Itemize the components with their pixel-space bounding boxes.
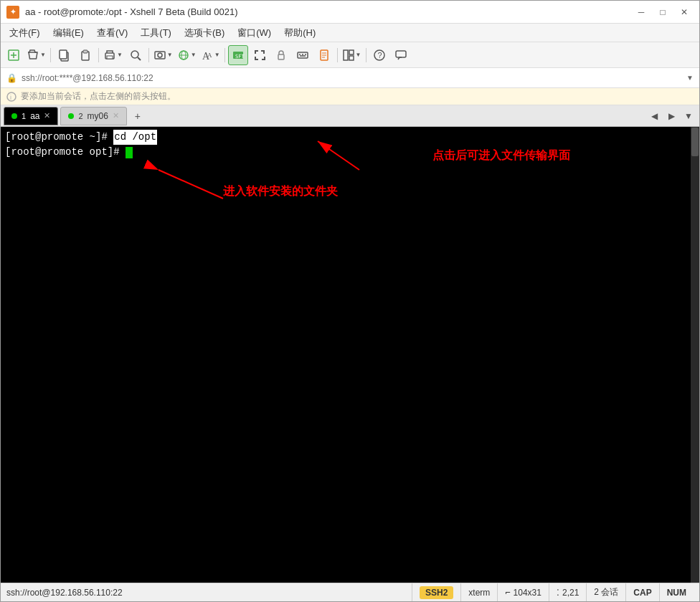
svg-rect-2 [60,50,67,59]
menu-view[interactable]: 查看(V) [91,25,133,41]
add-tab-button[interactable]: + [130,108,146,124]
lock-button[interactable] [271,45,291,65]
sftp-button[interactable]: SFTP [228,45,248,65]
session-hint-bar: i 要添加当前会话，点击左侧的箭头按钮。 [1,88,699,105]
status-size-section: ⌐ 104x31 [497,583,549,601]
tab-number-1: 1 [22,112,26,120]
svg-rect-30 [349,56,354,60]
term-prompt-2: [root@promote opt]# [5,145,126,160]
status-position: 2,21 [562,588,579,598]
print-button[interactable]: ▼ [102,45,124,65]
title-bar: ✦ aa - root@promote:/opt - Xshell 7 Beta… [1,1,699,24]
lock-icon: 🔒 [6,73,17,83]
fullscreen-button[interactable] [250,45,270,65]
screenshot-arrow: ▼ [167,52,173,58]
svg-rect-29 [349,50,354,54]
status-cap-label: CAP [633,588,651,598]
font-button[interactable]: AA ▼ [199,45,222,65]
tab-name-my06: my06 [88,111,108,121]
terminal-cursor [126,147,133,158]
status-size-icon: ⌐ [505,588,510,598]
tab-nav-buttons: ◀ ▶ ▼ [646,108,696,124]
help-button[interactable]: ? [369,45,389,65]
chat-button[interactable] [391,45,411,65]
status-num-section: NUM [659,583,694,601]
separator-1 [50,48,51,62]
status-size: 104x31 [514,588,541,598]
menu-window[interactable]: 窗口(W) [232,25,277,41]
tab-next-button[interactable]: ▶ [663,108,679,124]
paste-button[interactable] [75,45,95,65]
globe-arrow: ▼ [191,52,197,58]
menu-tab[interactable]: 选项卡(B) [179,25,230,41]
svg-text:?: ? [377,51,382,59]
tab-number-2: 2 [78,112,82,120]
app-icon: ✦ [6,6,19,19]
keyboard-button[interactable] [293,45,313,65]
terminal-content: [root@promote ~]# cd /opt [root@promote … [1,127,691,583]
tab-list-button[interactable]: ▼ [681,108,696,124]
svg-text:i: i [10,94,11,101]
terminal-line-2: [root@promote opt]# [5,145,686,160]
tab-bar: 1 aa ✕ 2 my06 ✕ + ◀ ▶ ▼ [1,105,699,127]
term-prompt-1: [root@promote ~]# [5,130,113,145]
address-bar: 🔒 ssh://root:****@192.168.56.110:22 ▼ [1,68,699,88]
window-controls: ─ □ ✕ [632,4,694,20]
menu-edit[interactable]: 编辑(E) [47,25,90,41]
tab-dot-my06 [68,113,74,119]
tab-aa[interactable]: 1 aa ✕ [4,107,58,125]
menu-tools[interactable]: 工具(T) [135,25,177,41]
svg-rect-33 [396,51,406,57]
screenshot-button[interactable]: ▼ [152,45,174,65]
tab-my06[interactable]: 2 my06 ✕ [60,107,126,125]
separator-6 [366,48,366,62]
svg-point-34 [7,92,16,101]
tab-close-aa[interactable]: ✕ [44,111,50,120]
address-dropdown-icon[interactable]: ▼ [686,74,694,82]
globe-button[interactable]: ▼ [176,45,198,65]
copy-button[interactable] [54,45,74,65]
maximize-button[interactable]: □ [653,4,672,20]
status-num-label: NUM [667,588,686,598]
script-button[interactable] [314,45,334,65]
find-button[interactable] [126,45,146,65]
svg-text:A: A [207,52,212,59]
status-position-icon: ⁚ [557,588,559,598]
svg-rect-28 [344,50,348,60]
terminal-area[interactable]: [root@promote ~]# cd /opt [root@promote … [1,127,699,583]
menu-bar: 文件(F) 编辑(E) 查看(V) 工具(T) 选项卡(B) 窗口(W) 帮助(… [1,24,699,42]
status-xterm-section: xterm [460,583,497,601]
new-session-button[interactable] [4,45,24,65]
svg-point-10 [158,53,162,57]
status-cap-section: CAP [625,583,658,601]
svg-rect-18 [278,54,284,59]
menu-help[interactable]: 帮助(H) [278,25,321,41]
open-session-button[interactable]: ▼ [25,45,47,65]
svg-rect-6 [107,56,113,59]
terminal-scrollbar[interactable] [691,127,699,583]
window-title: aa - root@promote:/opt - Xshell 7 Beta (… [25,6,237,17]
separator-3 [148,48,149,62]
session-hint-text: 要添加当前会话，点击左侧的箭头按钮。 [21,90,176,102]
term-cmd-1: cd /opt [113,130,157,145]
toolbar: ▼ ▼ ▼ ▼ AA ▼ [1,42,699,68]
layout-arrow: ▼ [356,52,361,58]
svg-rect-4 [83,50,88,53]
status-ssh-badge: SSH2 [420,586,453,599]
status-position-section: ⁚ 2,21 [549,583,586,601]
minimize-button[interactable]: ─ [632,4,651,20]
address-text: ssh://root:****@192.168.56.110:22 [22,73,682,83]
tab-prev-button[interactable]: ◀ [646,108,662,124]
terminal-scrollbar-thumb [691,128,699,156]
main-window: ✦ aa - root@promote:/opt - Xshell 7 Beta… [0,0,700,602]
close-button[interactable]: ✕ [675,4,694,20]
layout-button[interactable]: ▼ [341,45,363,65]
status-sessions: 2 会话 [594,586,618,598]
tab-close-my06[interactable]: ✕ [113,111,119,120]
tab-name-aa: aa [30,111,39,121]
status-sessions-section: 2 会话 [586,583,625,601]
info-icon: i [6,92,16,102]
status-connection: ssh://root@192.168.56.110:22 [6,588,412,598]
svg-text:SFTP: SFTP [235,54,245,59]
menu-file[interactable]: 文件(F) [4,25,46,41]
